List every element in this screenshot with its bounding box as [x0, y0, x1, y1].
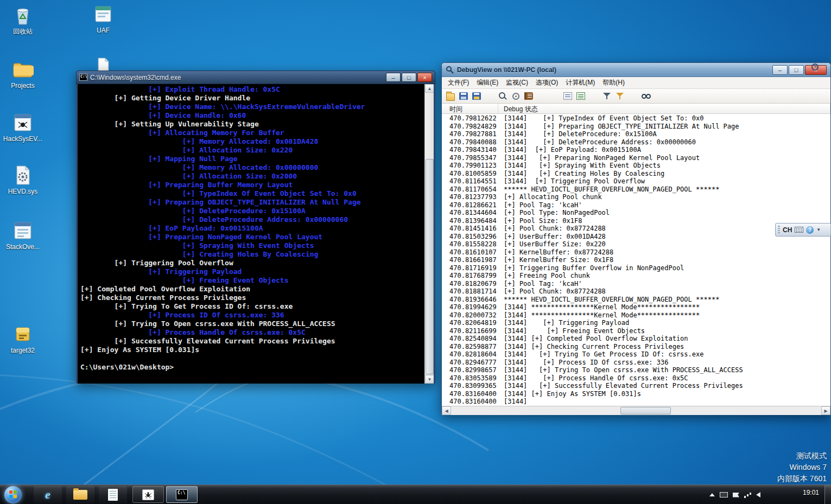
debug-row[interactable]: 470.81396484[+] Pool Size: 0x1F8 — [449, 217, 830, 225]
sep[interactable] — [587, 90, 600, 102]
cmd-close-button[interactable]: × — [417, 73, 432, 82]
network-icon[interactable] — [744, 492, 751, 498]
debug-row[interactable]: 470.83160400[3144] — [449, 398, 830, 406]
clock-time-format-icon[interactable] — [548, 90, 561, 102]
capture-events-icon[interactable] — [574, 90, 587, 102]
scroll-left-arrow[interactable]: ◀ — [442, 406, 451, 415]
debug-row[interactable]: 470.79843140[3144] [+] EoP Payload: 0x00… — [449, 146, 830, 154]
menubar-item[interactable]: 编辑(E) — [473, 77, 502, 88]
desktop-icon-uaf[interactable]: UAF — [80, 3, 126, 34]
debug-row[interactable]: 470.81820679[+] Pool Tag: 'kcaH' — [449, 280, 830, 288]
menubar-item[interactable]: 文件(F) — [444, 77, 473, 88]
debugview-minimize-button[interactable]: – — [772, 65, 788, 75]
debug-row[interactable]: 470.81768799[+] Freeing Pool chunk — [449, 272, 830, 280]
debug-row[interactable]: 470.81237793[+] Allocating Pool chunk — [449, 193, 830, 201]
desktop-icon-target32[interactable]: target32 — [0, 323, 46, 354]
sep[interactable] — [535, 90, 548, 102]
scroll-up-arrow[interactable]: ▲ — [425, 84, 434, 93]
debug-row[interactable]: 470.79901123[3144] [+] Spraying With Eve… — [449, 162, 830, 170]
cmd-titlebar[interactable]: C:\Windows\system32\cmd.exe – □ × — [76, 71, 435, 84]
debug-row[interactable]: 470.79840088[3144] [+] DeleteProcedure A… — [449, 138, 830, 146]
debug-row[interactable]: 470.81005859[3144] [+] Creating Holes By… — [449, 170, 830, 178]
desktop-icon-projects[interactable]: Projects — [0, 59, 46, 90]
open-icon[interactable] — [444, 90, 457, 102]
scroll-thumb[interactable] — [620, 407, 671, 414]
debug-row[interactable]: 470.81716919[+] Triggering Buffer Overfl… — [449, 264, 830, 272]
debug-output-list[interactable]: 470.79812622[3144] [+] TypeIndex Of Even… — [442, 114, 830, 406]
scroll-right-arrow[interactable]: ▶ — [821, 406, 830, 415]
highlight-icon[interactable] — [613, 90, 626, 102]
debug-row[interactable]: 470.83053589[3144] [+] Process Handle Of… — [449, 374, 830, 382]
cmd-console[interactable]: [+] Exploit Thread Handle: 0x5C [+] Gett… — [78, 84, 434, 384]
cmd-vertical-scrollbar[interactable]: ▲ ▼ — [424, 84, 434, 384]
sep[interactable] — [626, 90, 639, 102]
debug-row[interactable]: 470.82064819[3144] [+] Triggering Payloa… — [449, 319, 830, 327]
debug-row[interactable]: 470.83160400[3144] [+] Enjoy As SYSTEM [… — [449, 390, 830, 398]
column-header-time[interactable]: 时间 — [442, 104, 498, 113]
scroll-thumb[interactable] — [426, 159, 434, 374]
insert-comment-icon[interactable] — [561, 90, 574, 102]
debug-row[interactable]: 470.82000732[3144] ****************Kerne… — [449, 311, 830, 320]
debug-row[interactable]: 470.81610107[+] KernelBuffer: 0x87724288 — [449, 248, 830, 257]
debug-row[interactable]: 470.81503296[+] UserBuffer: 0x001DA428 — [449, 233, 830, 241]
language-indicator[interactable]: CH — [783, 226, 792, 234]
find-icon[interactable] — [639, 90, 652, 102]
debugview-maximize-button[interactable]: □ — [789, 65, 804, 75]
debug-row[interactable]: 470.82598877[3144] [+] Checking Current … — [449, 343, 830, 351]
start-button[interactable] — [4, 486, 22, 503]
debug-row[interactable]: 470.81451416[+] Pool Chunk: 0x87724288 — [449, 225, 830, 233]
input-indicator-icon[interactable] — [720, 492, 728, 497]
cmd-maximize-button[interactable]: □ — [402, 73, 416, 82]
zoom-icon[interactable] — [496, 90, 509, 102]
log-boot-icon[interactable] — [522, 90, 535, 102]
debugview-horizontal-scrollbar[interactable]: ◀ ▶ — [442, 406, 830, 415]
debug-row[interactable]: 470.79812622[3144] [+] TypeIndex Of Even… — [449, 114, 830, 123]
save-as-icon[interactable] — [470, 90, 483, 102]
debug-row[interactable]: 470.81164551[3144] [+] Triggering Pool O… — [449, 177, 830, 186]
desktop-icon-hevd-sys[interactable]: HEVD.sys — [0, 164, 46, 195]
menubar-item[interactable]: 计算机(M) — [562, 77, 599, 88]
taskbar-button-debugview[interactable] — [132, 486, 164, 503]
taskbar-explorer[interactable] — [66, 486, 94, 503]
menubar-item[interactable]: 帮助(H) — [599, 77, 629, 88]
volume-icon[interactable] — [756, 492, 760, 497]
debug-row[interactable]: 470.79855347[3144] [+] Preparing NonPage… — [449, 154, 830, 162]
debug-row[interactable]: 470.81661987[+] KernelBuffer Size: 0x1F8 — [449, 256, 830, 264]
debug-row[interactable]: 470.82116699[3144] [+] Freeing Event Obj… — [449, 327, 830, 335]
debugview-titlebar[interactable]: DebugView on \\021W-PC (local) – □ × — [442, 63, 830, 77]
debug-row[interactable]: 470.81344604[+] Pool Type: NonPagedPool — [449, 209, 830, 217]
taskbar-button-cmd[interactable] — [166, 486, 198, 503]
column-header-debug[interactable]: Debug 状态 — [498, 104, 830, 113]
menubar-item[interactable]: 选项(O) — [532, 77, 562, 88]
desktop-icon-stackove[interactable]: StackOve... — [0, 220, 46, 251]
debug-row[interactable]: 470.79824829[3144] [+] Preparing OBJECT_… — [449, 123, 830, 131]
debug-row[interactable]: 470.82818604[3144] [+] Trying To Get Pro… — [449, 350, 830, 359]
language-bar-grip[interactable] — [778, 226, 780, 234]
debug-row[interactable]: 470.82540894[3144] [+] Completed Pool Ov… — [449, 335, 830, 343]
debug-row[interactable]: 470.82946777[3144] [+] Process ID Of csr… — [449, 359, 830, 367]
language-bar-options-arrow[interactable]: ▼ — [816, 227, 821, 232]
desktop-icon-recycle-bin[interactable]: 回收站 — [0, 4, 46, 35]
ime-help-icon[interactable]: ? — [806, 226, 814, 234]
debug-row[interactable]: 470.83099365[3144] [+] Successfully Elev… — [449, 382, 830, 390]
keyboard-layout-icon[interactable] — [795, 227, 803, 233]
show-desktop-button[interactable] — [824, 485, 831, 504]
action-center-flag-icon[interactable] — [733, 493, 739, 497]
save-icon[interactable] — [457, 90, 470, 102]
debug-row[interactable]: 470.81936646****** HEVD_IOCTL_BUFFER_OVE… — [449, 296, 830, 304]
debug-row[interactable]: 470.82998657[3144] [+] Trying To Open cs… — [449, 366, 830, 374]
sep[interactable] — [483, 90, 496, 102]
desktop-icon-hacksysev[interactable]: HackSysEV... — [0, 112, 46, 143]
menubar-item[interactable]: 监视(C) — [502, 77, 532, 88]
taskbar-internet-explorer[interactable]: e — [34, 486, 62, 503]
taskbar-clock[interactable]: 19:01 — [803, 485, 819, 504]
hidden-icons-chevron[interactable] — [709, 493, 715, 496]
debug-row[interactable]: 470.81881714[+] Pool Chunk: 0x87724288 — [449, 288, 830, 296]
debug-row[interactable]: 470.81286621[+] Pool Tag: 'kcaH' — [449, 201, 830, 209]
capture-kernel-icon[interactable] — [509, 90, 522, 102]
scroll-down-arrow[interactable]: ▼ — [425, 375, 434, 384]
debug-row[interactable]: 470.79827881[3144] [+] DeleteProcedure: … — [449, 130, 830, 138]
taskbar-document-app[interactable] — [99, 486, 127, 503]
filter-icon[interactable] — [600, 90, 613, 102]
debug-row[interactable]: 470.81994629[3144] ****************Kerne… — [449, 303, 830, 311]
